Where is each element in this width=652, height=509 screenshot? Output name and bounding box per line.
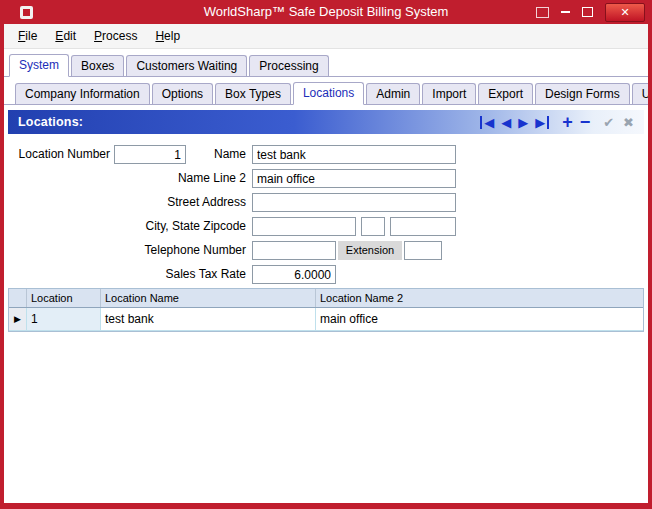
extension-input[interactable] <box>404 241 442 260</box>
row-selector[interactable]: ▶ <box>9 308 27 330</box>
previous-record-button[interactable]: ◀ <box>501 116 511 129</box>
minimize-button[interactable] <box>561 0 570 24</box>
section-header: Locations: ◀ ◀ ▶ ▶ + − ✔ ✖ <box>8 110 644 134</box>
cancel-button[interactable]: ✖ <box>623 116 634 129</box>
tab-box-types[interactable]: Box Types <box>215 83 291 104</box>
tab-boxes[interactable]: Boxes <box>71 55 124 76</box>
tab-company-information[interactable]: Company Information <box>15 83 150 104</box>
name-line2-input[interactable] <box>252 169 456 188</box>
extension-label: Extension <box>338 241 402 260</box>
confirm-button[interactable]: ✔ <box>603 116 614 129</box>
tab-options[interactable]: Options <box>152 83 213 104</box>
app-window: WorldSharp™ Safe Deposit Billing System … <box>0 0 652 509</box>
location-number-label: Location Number <box>10 144 110 164</box>
row-selector-arrow-icon: ▶ <box>14 308 21 330</box>
telephone-label: Telephone Number <box>10 240 246 260</box>
close-button[interactable]: ✕ <box>605 3 645 22</box>
sales-tax-rate-label: Sales Tax Rate <box>10 264 246 284</box>
menu-help[interactable]: Help <box>147 26 188 46</box>
secondary-tabstrip: Company Information Options Box Types Lo… <box>4 80 648 105</box>
menu-file[interactable]: File <box>10 26 45 46</box>
grid-cell-location: 1 <box>27 308 101 330</box>
app-icon[interactable] <box>20 6 33 19</box>
section-title: Locations: <box>8 115 83 129</box>
grid-header-location-name[interactable]: Location Name <box>101 289 316 307</box>
city-state-zip-label: City, State Zipcode <box>10 216 246 236</box>
state-input[interactable] <box>361 217 385 236</box>
name-input[interactable] <box>252 145 456 164</box>
maximize-button[interactable] <box>582 0 593 24</box>
maximize-icon <box>582 7 593 17</box>
primary-tabstrip: System Boxes Customers Waiting Processin… <box>4 52 648 77</box>
first-record-button[interactable]: ◀ <box>480 116 494 129</box>
grid-header-location-name-2[interactable]: Location Name 2 <box>316 289 643 307</box>
menu-process[interactable]: Process <box>86 26 145 46</box>
add-record-button[interactable]: + <box>562 113 573 131</box>
tab-utilities[interactable]: Utilities <box>632 83 648 104</box>
zipcode-input[interactable] <box>390 217 456 236</box>
tab-locations[interactable]: Locations <box>293 82 364 105</box>
grid-header-selector <box>9 289 27 307</box>
app-icon-glyph <box>23 9 30 16</box>
name-label: Name <box>154 144 246 164</box>
app-body: File Edit Process Help System Boxes Cust… <box>4 24 648 503</box>
grid-header-location[interactable]: Location <box>27 289 101 307</box>
window-controls: ✕ <box>536 0 645 24</box>
street-address-label: Street Address <box>10 192 246 212</box>
grid-header: Location Location Name Location Name 2 <box>9 289 643 308</box>
tab-admin[interactable]: Admin <box>366 83 420 104</box>
telephone-input[interactable] <box>252 241 336 260</box>
grid-row[interactable]: ▶ 1 test bank main office <box>9 308 643 331</box>
grid-cell-location-name: test bank <box>101 308 316 330</box>
city-input[interactable] <box>252 217 356 236</box>
last-record-button[interactable]: ▶ <box>535 116 549 129</box>
sales-tax-rate-input[interactable] <box>252 265 336 284</box>
tab-import[interactable]: Import <box>422 83 476 104</box>
tab-processing[interactable]: Processing <box>249 55 328 76</box>
tab-design-forms[interactable]: Design Forms <box>535 83 630 104</box>
menu-bar: File Edit Process Help <box>4 24 648 49</box>
delete-record-button[interactable]: − <box>580 113 591 131</box>
tab-system[interactable]: System <box>9 54 69 77</box>
name-line2-label: Name Line 2 <box>10 168 246 188</box>
next-record-button[interactable]: ▶ <box>518 116 528 129</box>
menu-edit[interactable]: Edit <box>47 26 84 46</box>
street-address-input[interactable] <box>252 193 456 212</box>
titlebar[interactable]: WorldSharp™ Safe Deposit Billing System … <box>0 0 652 24</box>
tab-export[interactable]: Export <box>478 83 533 104</box>
window-icon[interactable] <box>536 7 549 18</box>
locations-grid: Location Location Name Location Name 2 ▶… <box>8 288 644 332</box>
record-navigator: ◀ ◀ ▶ ▶ + − ✔ ✖ <box>480 113 644 131</box>
minimize-icon <box>561 11 570 13</box>
tab-customers-waiting[interactable]: Customers Waiting <box>126 55 247 76</box>
grid-cell-location-name-2: main office <box>316 308 643 330</box>
